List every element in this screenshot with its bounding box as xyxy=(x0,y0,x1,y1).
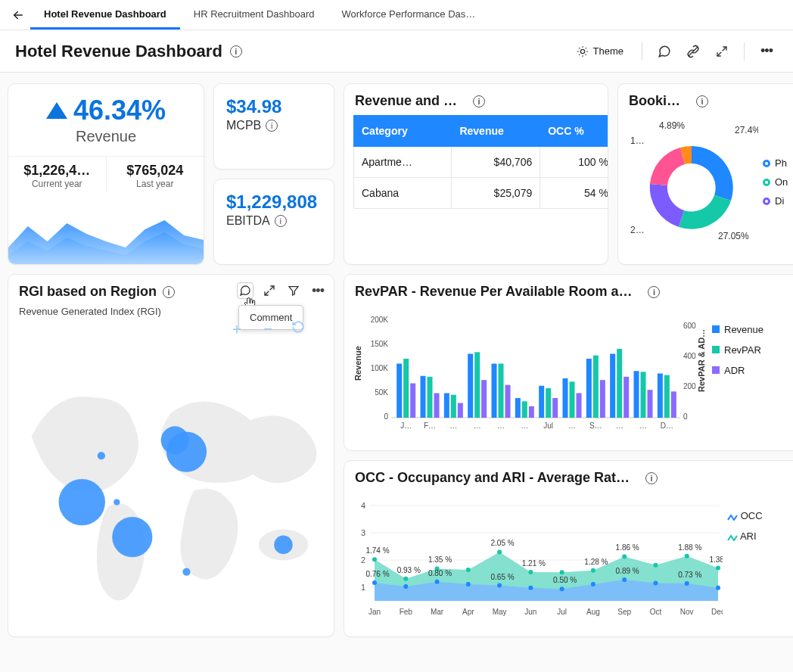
svg-text:100K: 100K xyxy=(371,364,389,372)
comment-tool[interactable] xyxy=(237,282,253,299)
svg-text:1.38 %: 1.38 % xyxy=(709,555,723,564)
svg-point-96 xyxy=(466,568,471,572)
cell-revenue: $25,079 xyxy=(452,178,540,209)
info-icon[interactable]: i xyxy=(473,95,485,107)
svg-text:400: 400 xyxy=(683,352,696,360)
svg-text:1.74 %: 1.74 % xyxy=(365,546,389,555)
info-icon[interactable]: i xyxy=(266,120,278,132)
legend-item-online[interactable]: On xyxy=(763,176,788,188)
more-menu[interactable]: ••• xyxy=(755,40,778,63)
svg-point-6 xyxy=(112,517,152,557)
cell-occ: 100 % xyxy=(540,147,608,178)
svg-text:50K: 50K xyxy=(375,388,388,397)
pie-label: 2… xyxy=(630,225,645,235)
color-swatch-icon xyxy=(763,179,770,186)
svg-text:Jun: Jun xyxy=(524,608,536,616)
separator xyxy=(642,42,642,61)
svg-rect-34 xyxy=(468,354,473,418)
svg-point-100 xyxy=(591,568,596,573)
svg-point-11 xyxy=(114,499,120,506)
svg-rect-29 xyxy=(428,377,433,418)
svg-point-12 xyxy=(182,568,190,576)
svg-text:…: … xyxy=(474,422,481,430)
kpi-ebitda-value: $1,229,808 xyxy=(226,191,322,213)
occ-area-chart[interactable]: 4 3 2 1 xyxy=(352,495,723,624)
expand-tool[interactable] xyxy=(261,282,278,299)
tab-workforce-performance[interactable]: Workforce Performance Das… xyxy=(328,1,490,30)
tab-hotel-revenue[interactable]: Hotel Revenue Dashboard xyxy=(30,1,180,30)
svg-rect-35 xyxy=(474,352,480,418)
world-map[interactable] xyxy=(8,329,334,636)
booking-donut-chart[interactable]: 4.89% 1… 27.4% 2… 27.05% xyxy=(626,118,758,243)
zoom-out-icon[interactable]: － xyxy=(260,317,276,340)
info-icon[interactable]: i xyxy=(230,45,242,58)
svg-text:1.86 %: 1.86 % xyxy=(616,543,639,552)
kpi-revenue-card: 46.34% Revenue $1,226,4… Current year $7… xyxy=(8,83,204,265)
table-row[interactable]: Cabana $25,079 54 % xyxy=(354,178,609,209)
svg-point-8 xyxy=(161,426,189,454)
filter-tool[interactable] xyxy=(285,282,302,299)
color-swatch-icon xyxy=(763,198,770,205)
tab-hr-recruitment[interactable]: HR Recruitment Dashboard xyxy=(180,1,328,30)
occ-title: OCC - Occupancy and ARI - Average Rat… xyxy=(355,470,630,486)
svg-text:Jan: Jan xyxy=(369,608,381,616)
legend-item-occ[interactable]: OCC xyxy=(727,510,763,521)
svg-rect-38 xyxy=(499,364,504,418)
svg-rect-49 xyxy=(586,359,592,418)
revpar-bar-chart[interactable]: Revenue RevPAR & AD… 200K 150K 100K 50K … xyxy=(352,309,707,437)
rgi-title: RGI based on Region xyxy=(19,284,157,300)
zoom-in-icon[interactable]: ＋ xyxy=(229,319,244,339)
svg-rect-56 xyxy=(641,372,646,418)
info-icon[interactable]: i xyxy=(648,286,660,298)
booking-pie-card: Booki… i 4.89% xyxy=(617,83,793,265)
svg-text:0.50 %: 0.50 % xyxy=(553,576,577,584)
svg-text:…: … xyxy=(568,422,576,430)
svg-point-84 xyxy=(466,582,471,586)
svg-text:Nov: Nov xyxy=(680,608,694,616)
svg-point-103 xyxy=(685,554,689,558)
legend-item-adr[interactable]: ADR xyxy=(712,365,763,376)
legend-item-revpar[interactable]: RevPAR xyxy=(712,344,763,356)
svg-point-99 xyxy=(560,570,564,574)
cell-category: Apartme… xyxy=(354,147,452,178)
color-swatch-icon xyxy=(763,160,770,167)
svg-text:S…: S… xyxy=(589,422,602,430)
svg-rect-25 xyxy=(396,364,402,418)
legend-item-direct[interactable]: Di xyxy=(763,195,788,207)
svg-text:Aug: Aug xyxy=(586,608,600,616)
comment-icon[interactable] xyxy=(653,40,676,63)
table-row[interactable]: Apartme… $40,706 100 % xyxy=(354,147,609,178)
svg-point-5 xyxy=(59,479,105,525)
fullscreen-icon[interactable] xyxy=(711,40,733,63)
theme-button[interactable]: Theme xyxy=(569,41,631,62)
svg-text:200K: 200K xyxy=(371,316,389,324)
info-icon[interactable]: i xyxy=(163,286,175,298)
svg-point-90 xyxy=(653,580,658,585)
svg-rect-36 xyxy=(481,380,487,418)
kpi-current-year-value: $1,226,4… xyxy=(11,163,103,179)
legend-item-ari[interactable]: ARI xyxy=(727,530,763,542)
kpi-mcpb-card: $34.98 MCPB i xyxy=(213,83,334,170)
link-icon[interactable] xyxy=(682,40,704,63)
svg-rect-40 xyxy=(515,398,521,418)
table-header-category[interactable]: Category xyxy=(354,116,452,147)
info-icon[interactable]: i xyxy=(696,95,708,107)
svg-rect-57 xyxy=(648,390,653,418)
svg-text:Jul: Jul xyxy=(557,608,567,616)
legend-item-revenue[interactable]: Revenue xyxy=(712,324,763,335)
svg-text:0: 0 xyxy=(384,412,388,421)
table-header-revenue[interactable]: Revenue xyxy=(452,116,540,147)
info-icon[interactable]: i xyxy=(645,472,658,484)
cell-category: Cabana xyxy=(354,178,452,209)
svg-point-85 xyxy=(497,583,502,588)
legend-item-phone[interactable]: Ph xyxy=(763,157,788,169)
kpi-sparkline xyxy=(8,219,204,264)
more-tool[interactable]: ••• xyxy=(309,282,326,299)
svg-text:0.80 %: 0.80 % xyxy=(428,569,452,577)
info-icon[interactable]: i xyxy=(275,215,287,227)
table-header-occ[interactable]: OCC % xyxy=(540,116,608,147)
svg-text:…: … xyxy=(497,422,505,430)
back-button[interactable] xyxy=(6,3,30,27)
svg-rect-48 xyxy=(577,394,582,418)
reset-zoom-icon[interactable] xyxy=(291,320,305,337)
